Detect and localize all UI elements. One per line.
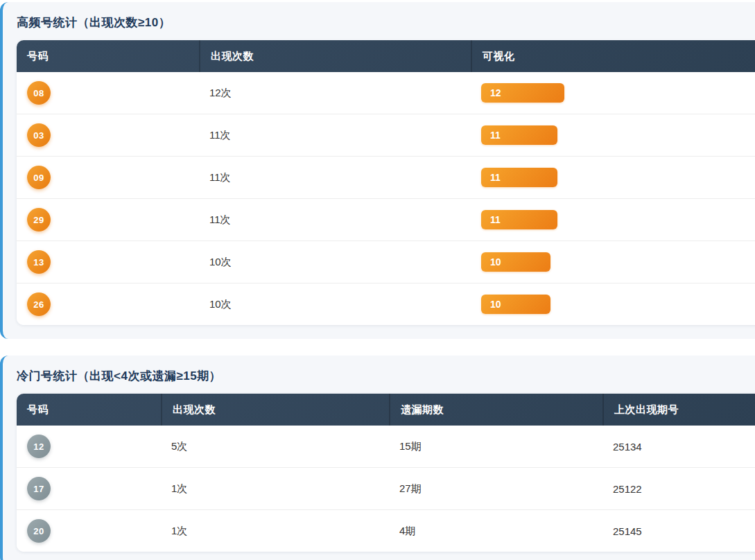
hot-numbers-table: 号码 出现次数 可视化 0812次120311次110911次112911次11… [17,40,755,325]
hot-table-header: 号码 出现次数 可视化 [17,40,755,72]
cold-header-count: 出现次数 [161,394,389,426]
appearance-count-cell: 1次 [161,525,389,538]
appearance-count-cell: 11次 [199,213,471,227]
hot-numbers-card: 高频号统计（出现次数≥10） 号码 出现次数 可视化 0812次120311次1… [0,2,755,339]
cold-card-title: 冷门号统计（出现<4次或遗漏≥15期） [17,368,755,384]
number-cell: 29 [17,208,199,231]
hot-number-badge: 26 [27,292,51,316]
hot-table-row: 0311次11 [17,114,755,156]
visualization-cell: 12 [471,83,755,103]
frequency-bar: 11 [481,125,557,145]
number-cell: 26 [17,292,199,316]
visualization-cell: 10 [471,252,755,272]
cold-table-header: 号码 出现次数 遗漏期数 上次出现期号 [17,394,755,426]
appearance-count-cell: 11次 [199,129,471,142]
hot-table-row: 0812次12 [17,72,755,114]
cold-number-badge: 12 [27,435,51,458]
cold-table-row: 125次15期25134 [17,426,755,467]
number-cell: 08 [17,81,199,105]
appearance-count-cell: 1次 [161,482,389,496]
appearance-count-cell: 10次 [199,256,471,269]
appearance-count-cell: 10次 [199,298,471,311]
cold-numbers-table: 号码 出现次数 遗漏期数 上次出现期号 125次15期25134171次27期2… [17,394,755,552]
last-issue-cell: 25145 [602,525,755,537]
number-cell: 20 [17,519,161,543]
appearance-count-cell: 12次 [199,87,471,100]
statistics-page: 高频号统计（出现次数≥10） 号码 出现次数 可视化 0812次120311次1… [0,0,755,560]
frequency-bar: 10 [481,295,550,314]
visualization-cell: 10 [471,295,755,314]
hot-table-row: 0911次11 [17,156,755,198]
cold-numbers-card: 冷门号统计（出现<4次或遗漏≥15期） 号码 出现次数 遗漏期数 上次出现期号 … [0,356,755,560]
last-issue-cell: 25122 [602,483,755,495]
cold-header-last-issue: 上次出现期号 [602,394,755,426]
hot-header-count: 出现次数 [199,40,471,72]
hot-number-badge: 29 [27,208,51,231]
hot-table-row: 1310次10 [17,240,755,283]
cold-table-body: 125次15期25134171次27期25122201次4期25145 [17,426,755,552]
miss-periods-cell: 15期 [389,440,602,453]
cold-table-row: 201次4期25145 [17,509,755,552]
number-cell: 09 [17,166,199,189]
hot-header-number: 号码 [17,40,199,72]
visualization-cell: 11 [471,168,755,187]
appearance-count-cell: 11次 [199,171,471,184]
hot-table-row: 2911次11 [17,198,755,240]
cold-number-badge: 20 [27,519,51,543]
frequency-bar: 11 [481,168,557,187]
number-cell: 13 [17,250,199,274]
hot-number-badge: 09 [27,166,51,189]
miss-periods-cell: 4期 [389,525,602,538]
frequency-bar: 12 [481,83,564,103]
visualization-cell: 11 [471,210,755,229]
frequency-bar: 11 [481,210,557,229]
visualization-cell: 11 [471,125,755,145]
frequency-bar: 10 [481,252,550,272]
number-cell: 17 [17,477,161,500]
number-cell: 12 [17,435,161,458]
appearance-count-cell: 5次 [161,440,389,453]
miss-periods-cell: 27期 [389,482,602,496]
hot-number-badge: 13 [27,250,51,274]
cold-header-number: 号码 [17,394,161,426]
last-issue-cell: 25134 [602,441,755,453]
hot-table-body: 0812次120311次110911次112911次111310次102610次… [17,72,755,325]
cold-table-row: 171次27期25122 [17,467,755,509]
hot-number-badge: 03 [27,123,51,147]
cold-number-badge: 17 [27,477,51,500]
hot-header-visualization: 可视化 [471,40,755,72]
cold-header-miss: 遗漏期数 [389,394,602,426]
hot-number-badge: 08 [27,81,51,105]
number-cell: 03 [17,123,199,147]
hot-table-row: 2610次10 [17,283,755,325]
hot-card-title: 高频号统计（出现次数≥10） [17,15,755,30]
